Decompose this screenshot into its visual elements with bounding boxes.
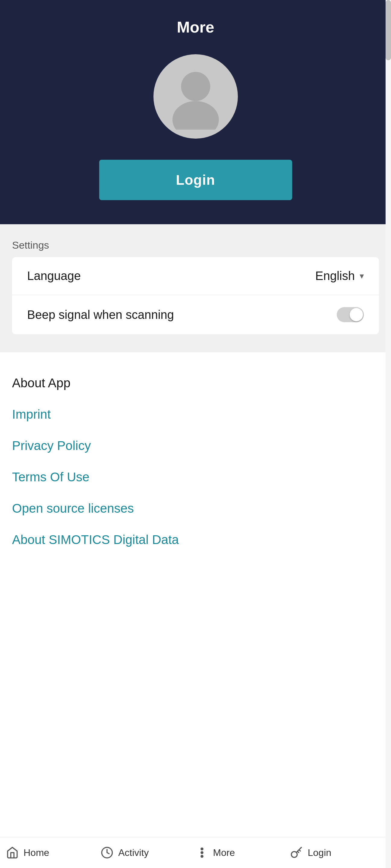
open-source-link[interactable]: Open source licenses [12,493,379,524]
scrollbar[interactable] [386,0,391,868]
privacy-policy-link[interactable]: Privacy Policy [12,430,379,461]
svg-point-1 [173,101,219,130]
links-section: About App Imprint Privacy Policy Terms O… [0,352,391,837]
bottom-nav: Home Activity More Login [0,837,391,868]
activity-icon [101,846,113,859]
nav-activity-label: Activity [118,847,149,858]
svg-point-3 [201,848,203,849]
page-title: More [177,18,214,36]
settings-label: Settings [12,239,379,251]
nav-more[interactable]: More [196,846,290,859]
toggle-knob [350,308,363,321]
nav-login-label: Login [308,847,331,858]
language-label: Language [27,269,81,283]
nav-more-label: More [213,847,235,858]
scrollbar-thumb[interactable] [386,0,391,60]
home-icon [6,846,19,859]
about-app-link[interactable]: About App [12,367,379,399]
header-section: More Login [0,0,391,224]
language-value-text: English [315,269,355,283]
nav-login[interactable]: Login [290,846,385,859]
beep-row: Beep signal when scanning [12,295,379,334]
key-icon [290,846,303,859]
avatar-icon [153,54,238,138]
terms-of-use-link[interactable]: Terms Of Use [12,461,379,493]
more-icon [196,846,208,859]
language-value-container[interactable]: English ▾ [315,269,364,283]
language-row[interactable]: Language English ▾ [12,257,379,295]
nav-activity[interactable]: Activity [101,846,196,859]
nav-home[interactable]: Home [6,846,101,859]
svg-point-0 [181,72,210,101]
svg-point-6 [291,852,297,858]
settings-section: Settings Language English ▾ Beep signal … [0,224,391,352]
svg-point-4 [201,852,203,853]
nav-home-label: Home [24,847,49,858]
settings-card: Language English ▾ Beep signal when scan… [12,257,379,334]
beep-toggle[interactable] [337,307,364,322]
svg-point-5 [201,856,203,857]
beep-label: Beep signal when scanning [27,308,174,321]
about-simotics-link[interactable]: About SIMOTICS Digital Data [12,524,379,555]
imprint-link[interactable]: Imprint [12,399,379,430]
chevron-down-icon: ▾ [360,271,364,281]
login-button[interactable]: Login [99,160,292,200]
avatar [153,54,238,138]
